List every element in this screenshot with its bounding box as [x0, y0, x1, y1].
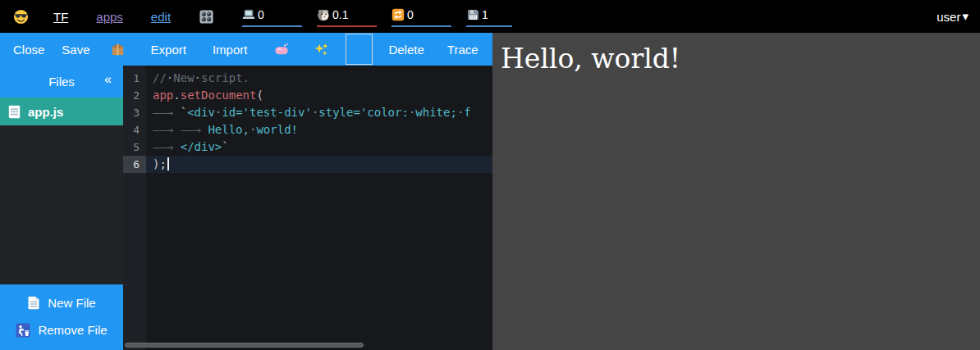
code-token: Hello,	[208, 123, 250, 136]
code-token: f	[464, 106, 470, 119]
code-token: world!	[256, 123, 298, 136]
code-token: New	[173, 71, 194, 84]
soap-icon	[274, 42, 290, 57]
code-token: script.	[201, 71, 250, 84]
code-token: ·	[195, 71, 201, 84]
topbar-link-edit[interactable]: edit	[151, 10, 171, 24]
sparkles-button[interactable]	[305, 33, 337, 66]
user-menu-label: user	[936, 10, 960, 24]
empty-toolbar-button[interactable]	[346, 34, 373, 65]
new-file-label: New File	[48, 296, 95, 310]
remove-file-label: Remove File	[38, 323, 107, 337]
sparkles-icon	[314, 42, 329, 57]
new-file-icon	[27, 296, 40, 310]
code-line[interactable]: app.setDocument(	[146, 87, 492, 104]
remove-file-icon	[16, 323, 30, 338]
file-list-empty-area	[0, 125, 123, 284]
counter-value: 0.1	[332, 8, 348, 21]
counter-repeat[interactable]: 0	[392, 6, 451, 27]
files-header: Files «	[0, 66, 123, 98]
code-token: <div	[187, 106, 215, 119]
import-button[interactable]: Import	[208, 43, 253, 57]
topbar: TF apps edit 0 0.1 0	[0, 0, 980, 33]
topbar-link-apps[interactable]: apps	[96, 10, 123, 24]
floppy-icon	[466, 8, 479, 21]
editor-gutter: 123456	[123, 66, 146, 350]
code-token: //	[153, 71, 167, 84]
collapse-sidebar-icon[interactable]: «	[104, 72, 112, 87]
smiley-sunglasses-icon	[13, 9, 29, 25]
code-line[interactable]: );	[146, 156, 492, 173]
gutter-line-number: 2	[123, 87, 146, 104]
counter-value: 1	[482, 8, 488, 21]
hamster-icon	[317, 8, 330, 21]
code-line[interactable]: ——→`<div·id='test-div'·style='color:·whi…	[146, 104, 492, 121]
code-token: .	[173, 89, 180, 102]
counter-value: 0	[258, 8, 264, 21]
code-token: app	[153, 89, 173, 102]
gutter-line-number: 3	[123, 104, 146, 121]
code-token: white;	[415, 106, 457, 119]
counter-laptop[interactable]: 0	[242, 6, 302, 27]
control-knobs-icon[interactable]	[199, 9, 214, 25]
package-button[interactable]	[102, 33, 135, 66]
preview-panel: Hello, world!	[492, 33, 980, 350]
gutter-line-number: 6	[123, 156, 146, 173]
files-sidebar: Files « app.js	[0, 66, 123, 350]
delete-button[interactable]: Delete	[383, 43, 428, 57]
gutter-line-number: 1	[123, 70, 146, 87]
code-line[interactable]: //·New·script.	[146, 70, 492, 87]
close-button[interactable]: Close	[8, 43, 49, 57]
export-button[interactable]: Export	[146, 43, 191, 57]
trace-button[interactable]: Trace	[442, 43, 483, 57]
code-area[interactable]: //·New·script.app.setDocument(——→`<div·i…	[146, 66, 492, 350]
chevron-down-icon: ▾	[962, 9, 969, 24]
preview-text: Hello, world!	[501, 43, 973, 75]
code-line[interactable]: ——→——→Hello,·world!	[146, 121, 492, 139]
laptop-icon	[242, 8, 255, 21]
gutter-line-number: 5	[123, 139, 146, 156]
user-menu[interactable]: user ▾	[936, 9, 969, 24]
code-line[interactable]: ——→</div>`	[146, 139, 492, 156]
gutter-line-number: 4	[123, 121, 146, 139]
horizontal-scrollbar-thumb[interactable]	[125, 343, 364, 348]
code-token: `	[222, 140, 228, 153]
editor-app: Close Save Export Import	[0, 33, 492, 350]
code-token: ——→	[181, 121, 208, 139]
code-token: setDocument	[181, 89, 257, 102]
soap-button[interactable]	[265, 33, 298, 66]
code-token: );	[153, 157, 167, 170]
code-token: (	[256, 89, 263, 102]
code-token: `	[181, 106, 187, 119]
code-token: style='color:	[318, 106, 409, 119]
code-token: ——→	[153, 104, 181, 121]
new-file-button[interactable]: New File	[0, 289, 123, 316]
file-name: app.js	[28, 105, 63, 119]
save-button[interactable]: Save	[57, 33, 94, 66]
code-token: ——→	[153, 121, 181, 139]
file-icon	[8, 105, 21, 119]
text-cursor	[167, 157, 169, 170]
counter-saves[interactable]: 1	[466, 6, 512, 27]
code-editor[interactable]: 123456 //·New·script.app.setDocument(——→…	[123, 66, 492, 350]
repeat-icon	[392, 8, 405, 21]
code-token: </div>	[181, 140, 222, 153]
package-icon	[110, 42, 126, 57]
counter-value: 0	[407, 8, 414, 21]
sidebar-actions: New File Remove File	[0, 284, 123, 350]
code-token: id='test-div'	[222, 106, 312, 119]
remove-file-button[interactable]: Remove File	[0, 316, 123, 343]
topbar-link-tf[interactable]: TF	[53, 10, 68, 24]
code-token: ——→	[153, 139, 181, 156]
counter-hamster[interactable]: 0.1	[317, 6, 377, 27]
file-item-appjs[interactable]: app.js	[0, 98, 123, 125]
editor-toolbar: Close Save Export Import	[0, 33, 492, 66]
